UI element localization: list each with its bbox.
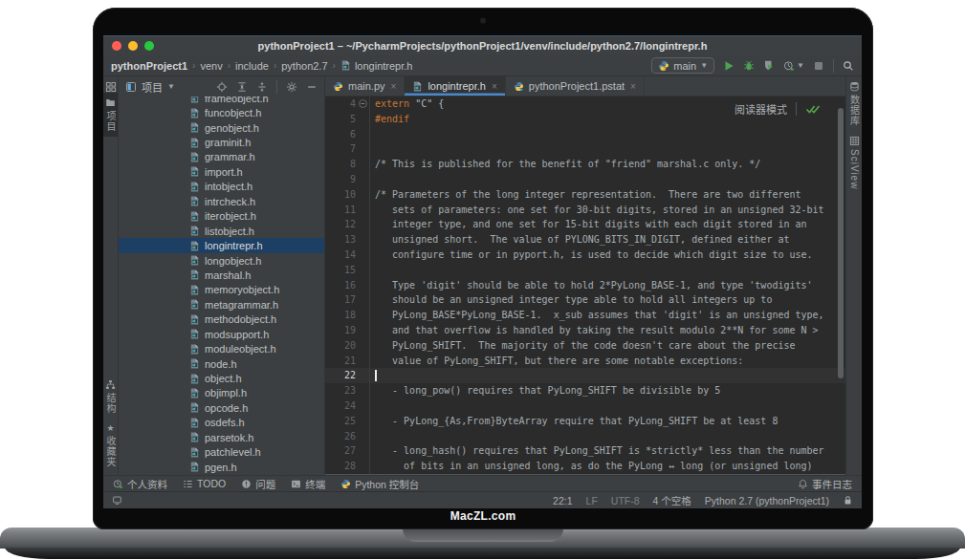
editor[interactable]: 4extern "C" {−5#endif678/* This is publi… [325,97,845,475]
hide-panel-button[interactable] [306,81,318,93]
editor-line-21[interactable]: 21 value of PyLong_SHIFT, but there are … [325,354,845,369]
tree-item-opcode-h[interactable]: opcode.h [119,400,324,415]
event-log-button[interactable]: 事件日志 [798,477,852,491]
editor-line-20[interactable]: 20 PyLong_SHIFT. The majority of the cod… [325,338,845,354]
tree-item-longobject-h[interactable]: longobject.h [119,253,324,268]
close-icon[interactable]: × [630,81,636,92]
stripe-tab-database[interactable]: 数据库 [846,76,862,131]
tool-window-button-terminal[interactable]: 终端 [291,477,325,491]
line-ending-indicator[interactable]: LF [586,495,598,506]
run-configuration-select[interactable]: main ▼ [651,57,714,74]
tree-item-marshal-h[interactable]: marshal.h [119,268,324,282]
stripe-tab-favorites[interactable]: ★ 收藏夹 [103,419,118,475]
editor-line-28[interactable]: 28 of bits in an unsigned long, as do th… [325,459,845,474]
tree-item-modsupport-h[interactable]: modsupport.h [119,327,324,341]
editor-line-6[interactable]: 6 [325,127,845,142]
tree-item-objimpl-h[interactable]: objimpl.h [119,386,324,400]
close-window-button[interactable] [112,41,121,51]
editor-line-12[interactable]: 12 integer type, and one set for 15-bit … [325,217,845,232]
editor-line-16[interactable]: 16 Type 'digit' should be able to hold 2… [325,278,845,293]
editor-line-11[interactable]: 11 sets of parameters: one set for 30-bi… [325,203,845,218]
tree-item-listobject-h[interactable]: listobject.h [119,224,324,238]
tree-item-patchlevel-h[interactable]: patchlevel.h [119,445,324,460]
tree-item-parsetok-h[interactable]: parsetok.h [119,430,324,444]
editor-line-17[interactable]: 17 should be an unsigned integer type ab… [325,292,845,308]
project-panel-title[interactable]: 项目 [142,79,163,95]
stripe-tab-project[interactable]: 项目 [103,93,118,137]
profiler-button[interactable] [783,60,795,72]
editor-line-15[interactable]: 15 [325,263,845,278]
close-icon[interactable]: × [391,81,397,92]
tree-item-intrcheck-h[interactable]: intrcheck.h [119,194,324,208]
editor-line-23[interactable]: 23 - long_pow() requires that PyLong_SHI… [325,383,845,398]
tree-item-osdefs-h[interactable]: osdefs.h [119,416,324,430]
breadcrumb-venv[interactable]: venv [200,60,222,72]
tree-item-pgen-h[interactable]: pgen.h [119,460,324,474]
lock-icon[interactable] [843,495,853,506]
editor-tab-pythonProject1-pstat[interactable]: pythonProject1.pstat× [506,76,645,96]
zoom-window-button[interactable] [144,41,154,51]
tool-window-button-todo[interactable]: TODO [183,478,226,489]
interpreter-indicator[interactable]: Python 2.7 (pythonProject1) [705,495,829,506]
minimize-window-button[interactable] [128,41,138,51]
editor-line-25[interactable]: 25 - PyLong_{As,From}ByteArray require t… [325,414,845,429]
close-icon[interactable]: × [492,81,497,92]
stripe-tab-structure[interactable]: 结构 [103,375,118,419]
editor-line-27[interactable]: 27 - long_hash() requires that PyLong_SH… [325,443,845,459]
editor-line-24[interactable]: 24 [325,398,845,414]
stripe-tab-sciview[interactable]: SciView [846,131,862,194]
breadcrumb-file[interactable]: longintrepr.h [355,60,413,72]
tree-item-intobject-h[interactable]: intobject.h [119,180,324,194]
breadcrumb-include[interactable]: include [235,60,269,72]
run-button[interactable] [723,60,735,72]
reader-mode-chip[interactable]: 阅读器模式 [735,101,821,117]
tree-item-memoryobject-h[interactable]: memoryobject.h [119,283,324,297]
tree-item-funcobject-h[interactable]: funcobject.h [119,105,324,119]
expand-all-button[interactable] [256,81,268,93]
editor-line-18[interactable]: 18 PyLong_BASE*PyLong_BASE-1. x_sub assu… [325,308,845,323]
editor-tab-main-py[interactable]: main.py× [325,76,405,96]
debug-button[interactable] [743,60,755,72]
tree-item-methodobject-h[interactable]: methodobject.h [119,312,324,327]
select-opened-file-button[interactable] [216,81,228,93]
editor-line-13[interactable]: 13 unsigned short. The value of PYLONG_B… [325,232,845,248]
encoding-indicator[interactable]: UTF-8 [611,495,640,506]
run-with-coverage-button[interactable] [763,60,775,72]
tree-item-longintrepr-h[interactable]: longintrepr.h [119,238,324,252]
chevron-down-icon[interactable]: ▼ [797,61,804,70]
editor-line-9[interactable]: 9 [325,172,845,187]
tree-item-frameobject-h[interactable]: frameobject.h [119,97,324,105]
tree-item-graminit-h[interactable]: graminit.h [119,135,324,149]
breadcrumb-python27[interactable]: python2.7 [281,60,327,72]
tree-item-object-h[interactable]: object.h [119,371,324,385]
tool-window-toggle-icon[interactable] [112,495,122,506]
editor-line-7[interactable]: 7 [325,141,845,157]
gear-icon[interactable] [286,81,297,93]
tool-window-button-problems[interactable]: 问题 [241,477,275,491]
tool-window-button-profiler[interactable]: 个人资料 [113,477,167,491]
breadcrumb-project[interactable]: pythonProject1 [111,60,187,72]
editor-scrollbar[interactable] [838,108,844,378]
tree-item-genobject-h[interactable]: genobject.h [119,120,324,135]
tree-item-iterobject-h[interactable]: iterobject.h [119,209,324,224]
tree-item-import-h[interactable]: import.h [119,164,324,179]
editor-line-26[interactable]: 26 [325,429,845,444]
collapse-all-button[interactable] [236,81,248,93]
editor-line-8[interactable]: 8/* This is published for the benefit of… [325,157,845,172]
search-everywhere-icon[interactable] [843,60,854,72]
tree-item-metagrammar-h[interactable]: metagrammar.h [119,297,324,312]
indent-indicator[interactable]: 4 个空格 [653,493,691,507]
fold-marker-icon[interactable]: − [359,99,367,108]
editor-line-14[interactable]: 14 configure time or in pyport.h, is use… [325,248,845,263]
editor-tab-longintrepr-h[interactable]: longintrepr.h× [405,76,505,96]
tree-item-moduleobject-h[interactable]: moduleobject.h [119,341,324,355]
tool-window-button-python[interactable]: Python 控制台 [340,477,419,491]
editor-line-19[interactable]: 19 and that overflow is handled by takin… [325,323,845,338]
tool-windows-grid-icon[interactable] [105,81,117,93]
editor-line-10[interactable]: 10/* Parameters of the long integer repr… [325,187,845,203]
chevron-down-icon[interactable]: ▼ [167,82,175,91]
editor-line-22[interactable]: 22 [325,368,845,383]
tree-item-node-h[interactable]: node.h [119,356,324,371]
caret-position[interactable]: 22:1 [553,495,572,506]
tree-item-grammar-h[interactable]: grammar.h [119,150,324,164]
